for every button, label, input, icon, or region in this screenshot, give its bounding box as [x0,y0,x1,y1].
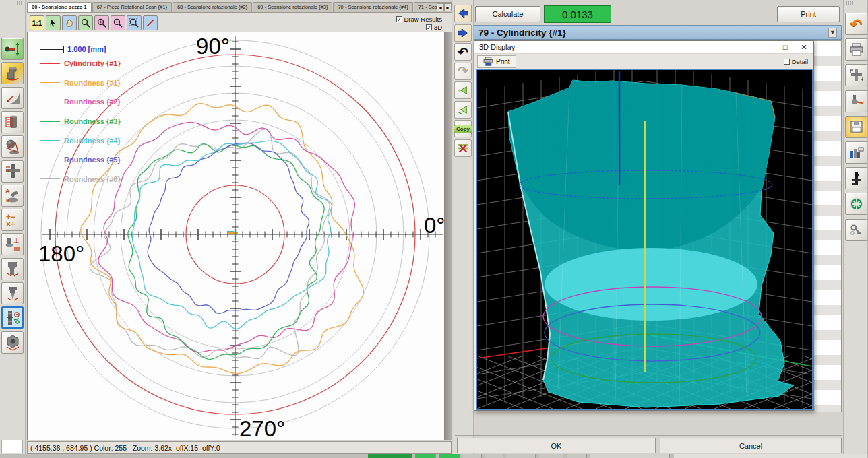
tab-68[interactable]: 68 - Scansione rotazionale {#2} [173,2,252,12]
zoom-window-button[interactable] [127,15,142,30]
tab-69[interactable]: 69 - Scansione rotazionale {#3} [253,2,332,12]
legend-item: Roundness {#5} [40,150,121,170]
minimize-icon[interactable]: – [757,42,776,53]
tab-00[interactable]: 00 - Scansione pezzo 1 [27,2,92,12]
delete-button[interactable] [454,139,472,157]
revert-button[interactable]: ↶ [845,13,867,35]
roundness-curve [128,144,324,360]
printer-icon [483,57,493,66]
scan-plot-window: 00 - Scansione pezzo 167 - Piece Rotatio… [27,2,452,454]
feature-dropdown[interactable]: 79 - Cylindricity {#1} ▼ [474,25,842,40]
taskbar-segment[interactable] [674,454,867,458]
nut-part-button[interactable] [1,331,24,354]
taskbar-segment[interactable] [368,454,412,458]
feature-dropdown-value: 79 - Cylindricity {#1} [478,28,566,38]
3d-viewport[interactable] [476,69,813,410]
sphere-measure-button[interactable] [1,135,24,158]
tab-67[interactable]: 67 - Piece Rotational Scan {#1} [92,2,172,12]
copy-button[interactable]: Copy [454,120,472,137]
nav-back-button[interactable] [454,5,472,22]
legend-item: Roundness {#2} [40,92,121,112]
roundness-curve [148,143,309,313]
bore-measure-button[interactable] [1,258,24,280]
ok-button[interactable]: OK [457,438,656,453]
tab-scroll-left[interactable]: ◄ [437,3,444,11]
measure-line-button[interactable] [143,15,158,30]
cross-part-button[interactable] [1,160,24,183]
3d-scene [477,70,812,409]
close-icon[interactable]: ✕ [795,42,813,53]
math-operations-button[interactable]: +−×÷ [1,209,24,231]
undo-button[interactable]: ↶ [454,43,472,61]
report-button[interactable] [845,141,867,164]
print-button[interactable]: Print [777,6,840,22]
result-value-badge: 0.0133 [544,5,611,23]
taskbar-segment[interactable] [485,454,503,458]
save-button[interactable] [845,116,867,138]
plot-options: ✓Draw Results✓3D [396,15,443,31]
checkbox-3d[interactable]: ✓3D [396,23,443,31]
insert-before-button[interactable] [454,81,472,99]
svg-text:B: B [6,197,9,203]
redo-button[interactable]: ↷ [454,63,472,80]
taskbar-segment[interactable] [567,454,587,458]
chevron-down-icon[interactable]: ▼ [828,28,837,38]
pan-hand-button[interactable] [62,15,77,30]
fixture-button[interactable] [845,167,867,189]
3d-print-label: Print [496,58,510,65]
part-dimensions-button[interactable] [845,64,867,86]
toolbar-grip [3,1,22,5]
3d-print-button[interactable]: Print [477,55,516,68]
3d-display-titlebar[interactable]: 3D Display – □ ✕ [474,41,813,54]
zoom-in-button[interactable] [94,15,109,30]
cylinder-scan-button[interactable] [1,111,24,133]
probe-alignment-button[interactable] [1,38,24,60]
probe-config-button[interactable] [845,90,867,112]
checkbox-draw-results[interactable]: ✓Draw Results [396,15,443,23]
angle-label: 180° [38,241,84,266]
calculate-button[interactable]: Calculate [475,6,540,22]
cancel-button[interactable]: Cancel [660,438,842,453]
maximize-icon[interactable]: □ [776,42,795,53]
zoom-out-button[interactable] [111,15,125,30]
svg-text:×÷: ×÷ [6,220,16,229]
taskbar-segment[interactable] [539,454,563,458]
zoom-1to1-button[interactable]: 1:1 [30,15,44,30]
print-button[interactable] [845,38,867,61]
tab-scroll-buttons: ◄► [437,3,452,11]
zoom-button[interactable] [78,15,93,30]
nav-forward-button[interactable] [454,24,472,42]
left-toolbar: AB+−×÷⊥ [0,0,26,458]
taskbar-strip[interactable] [0,454,868,458]
radius-measure-button[interactable] [1,87,24,109]
tab-70[interactable]: 70 - Scansione rotazionale {#4} [333,2,412,12]
tab-scroll-right[interactable]: ► [444,3,452,11]
plot-status-bar: ( 4155.36 , 684.95 ) Color: 255 Zoom: 3.… [27,441,452,454]
taskbar-segment[interactable] [463,454,482,458]
3d-display-title: 3D Display [479,43,515,51]
rotary-part-button[interactable] [1,62,24,84]
detail-checkbox[interactable]: Detail [784,58,808,65]
dialog-divider [455,435,842,436]
taskbar-segment[interactable] [506,454,536,458]
select-cursor-button[interactable] [46,15,61,30]
legend-item: Roundness {#1} [40,73,121,93]
legend-item: Cylindricity {#1} [40,54,121,73]
scan-profile-button[interactable] [1,306,24,329]
angle-measure-button[interactable]: AB [1,185,24,207]
scan-tab-bar: 00 - Scansione pezzo 167 - Piece Rotatio… [27,2,452,13]
taskbar-segment[interactable] [590,454,670,458]
legend-item: Roundness {#3} [40,112,121,131]
middle-toolbar: ↶↷Copy [453,0,474,458]
license-key-button[interactable] [845,219,867,241]
legend-item: Roundness {#4} [40,131,121,150]
perpendicularity-button[interactable]: ⊥ [1,233,24,255]
polar-plot-canvas[interactable]: 90°0°180°270° 1.000 [mm] Cylindricity {#… [27,32,445,440]
insert-after-button[interactable] [454,101,472,119]
taskbar-segment[interactable] [439,454,460,458]
legend-item: Roundness {#6} [40,170,121,189]
svg-text:⊥: ⊥ [13,237,20,244]
brand-button[interactable] [845,193,867,215]
taskbar-segment[interactable] [415,454,436,458]
cone-measure-button[interactable] [1,282,24,304]
